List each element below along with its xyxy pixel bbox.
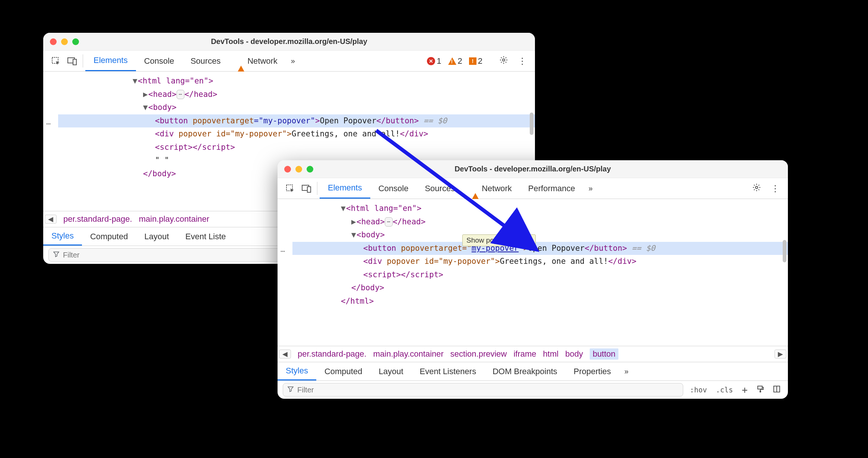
ellipsis-badge[interactable]: ⋯ [177,90,184,99]
kebab-menu-icon[interactable]: ⋮ [515,56,530,66]
device-toggle-icon[interactable] [298,178,315,199]
paint-icon[interactable] [754,385,766,394]
dom-line[interactable]: ▼<html lang="en"> [58,75,535,88]
titlebar: DevTools - developer.mozilla.org/en-US/p… [43,33,535,51]
scrollbar[interactable] [783,240,786,262]
traffic-lights [50,38,79,45]
breadcrumb-item[interactable]: per.standard-page. [63,214,132,224]
gear-icon[interactable] [496,56,511,67]
subtab-styles[interactable]: Styles [43,227,82,246]
tab-sources[interactable]: Sources [182,51,229,71]
breadcrumb-left-icon[interactable]: ◀ [45,215,57,224]
breadcrumb-item[interactable]: iframe [513,349,536,359]
breadcrumb-item-selected[interactable]: button [590,348,618,360]
new-style-rule-icon[interactable]: + [739,384,750,395]
svg-point-7 [755,186,758,189]
minimize-icon[interactable] [295,166,302,173]
tab-network[interactable]: Network [463,178,520,199]
toolbar-right: ✕1 2 !2 ⋮ [425,51,535,71]
dom-line[interactable]: <script></script> [292,268,788,282]
dom-line[interactable]: </html> [292,295,788,308]
titlebar: DevTools - developer.mozilla.org/en-US/p… [278,160,788,178]
breadcrumb-item[interactable]: main.play.container [373,349,444,359]
breadcrumb-left-icon[interactable]: ◀ [279,350,291,358]
zoom-icon[interactable] [307,166,313,173]
svg-rect-8 [758,386,762,389]
subtab-layout[interactable]: Layout [370,362,411,380]
dom-line[interactable]: ▼<body> [292,228,788,242]
subtab-dom-breakpoints[interactable]: DOM Breakpoints [484,362,566,380]
tab-elements[interactable]: Elements [320,178,370,199]
panel-tabs: Elements Console Sources Network » [85,51,300,71]
subtab-computed[interactable]: Computed [316,362,371,380]
dom-line[interactable]: ▶<head>⋯</head> [292,215,788,229]
window-title: DevTools - developer.mozilla.org/en-US/p… [278,165,788,173]
dom-line[interactable]: ▼<body> [58,101,535,114]
close-icon[interactable] [50,38,57,45]
tab-console[interactable]: Console [136,51,183,71]
device-toggle-icon[interactable] [64,51,80,71]
dom-line-selected[interactable]: <button popovertarget="my-popover">Open … [58,114,535,128]
tooltip: Show popover target [462,234,536,246]
info-icon: ! [469,57,476,65]
computed-panel-icon[interactable] [771,385,783,394]
breadcrumb-right-icon[interactable]: ▶ [774,350,786,358]
breadcrumb-item[interactable]: main.play.container [139,214,209,224]
inspect-icon[interactable] [282,178,298,199]
dom-line[interactable]: <div popover id="my-popover">Greetings, … [58,127,535,141]
hov-toggle[interactable]: :hov [688,386,709,394]
error-count[interactable]: ✕1 [425,56,443,66]
kebab-menu-icon[interactable]: ⋮ [768,183,783,194]
ellipsis-badge[interactable]: ⋯ [385,217,393,227]
subtab-layout[interactable]: Layout [136,227,177,246]
toolbar-right: ⋮ [749,178,788,199]
breadcrumb-item[interactable]: body [565,349,583,359]
dom-line[interactable]: </body> [292,281,788,295]
subtab-computed[interactable]: Computed [82,227,136,246]
zoom-icon[interactable] [72,38,79,45]
subtab-event-listeners[interactable]: Event Liste [177,227,234,246]
filter-input[interactable]: Filter [283,383,683,397]
tab-network-label: Network [482,184,512,193]
tab-sources[interactable]: Sources [416,178,463,199]
error-icon: ✕ [427,57,435,65]
warning-count[interactable]: 2 [447,56,464,66]
inspect-icon[interactable] [48,51,64,71]
tab-console[interactable]: Console [370,178,417,199]
warning-icon [471,184,479,193]
dom-line[interactable]: <div popover id="my-popover">Greetings, … [292,255,788,268]
warning-icon [448,57,456,65]
tab-network[interactable]: Network [229,51,286,71]
svg-rect-11 [777,386,780,392]
separator [317,182,317,195]
main-toolbar: Elements Console Sources Network Perform… [278,178,788,199]
more-tabs-icon[interactable]: » [583,178,598,199]
elements-tree[interactable]: ⋯ ▼<html lang="en"> ▶<head>⋯</head> ▼<bo… [278,199,788,346]
tab-elements[interactable]: Elements [85,51,136,71]
breadcrumb-item[interactable]: per.standard-page. [298,349,367,359]
more-tabs-icon[interactable]: » [286,51,300,71]
dom-line[interactable]: ▶<head>⋯</head> [58,88,535,101]
dom-line-selected[interactable]: <button popovertarget="my-popover">Open … [292,242,788,255]
tab-performance[interactable]: Performance [520,178,583,199]
more-subtabs-icon[interactable]: » [619,362,634,380]
breadcrumb-item[interactable]: html [543,349,559,359]
gutter-ellipsis-icon[interactable]: ⋯ [46,119,51,128]
gear-icon[interactable] [749,183,764,194]
window-title: DevTools - developer.mozilla.org/en-US/p… [43,37,535,46]
minimize-icon[interactable] [61,38,68,45]
info-count[interactable]: !2 [468,56,484,66]
main-toolbar: Elements Console Sources Network » ✕1 2 … [43,51,535,72]
subtab-event-listeners[interactable]: Event Listeners [412,362,485,380]
subtab-styles[interactable]: Styles [278,362,316,380]
breadcrumb-item[interactable]: section.preview [450,349,507,359]
separator [83,54,83,67]
scrollbar[interactable] [530,113,533,135]
dom-line[interactable]: ▼<html lang="en"> [292,202,788,215]
close-icon[interactable] [284,166,291,173]
gutter-ellipsis-icon[interactable]: ⋯ [281,247,285,256]
svg-rect-2 [73,59,76,65]
dom-line[interactable]: <script></script> [58,141,535,154]
cls-toggle[interactable]: .cls [714,386,735,394]
subtab-properties[interactable]: Properties [566,362,619,380]
